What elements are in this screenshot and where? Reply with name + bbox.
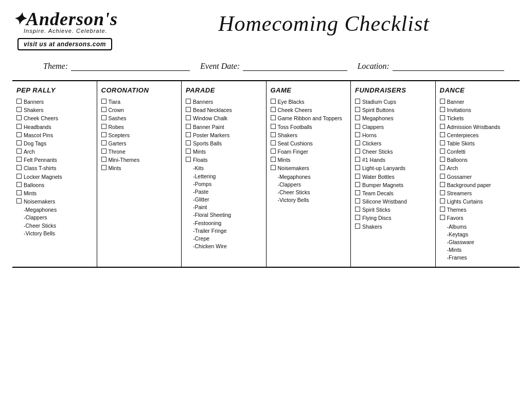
checkbox[interactable] (101, 107, 107, 112)
checkbox[interactable] (186, 115, 191, 120)
checklist-item: Spirit Sticks (355, 206, 432, 213)
item-text: Centerpieces (447, 132, 479, 139)
sub-item: -Festooning (193, 219, 263, 227)
checkbox[interactable] (16, 174, 22, 179)
checkbox[interactable] (271, 107, 276, 112)
event-date-label: Event Date: (200, 62, 240, 71)
checkbox[interactable] (271, 124, 276, 129)
checkbox[interactable] (186, 140, 191, 145)
checkbox[interactable] (440, 174, 445, 179)
checkbox[interactable] (440, 198, 445, 204)
checkbox[interactable] (355, 182, 360, 187)
checkbox[interactable] (271, 149, 276, 154)
header: ✦ Anderson's Inspire. Achieve. Celebrate… (12, 9, 520, 50)
checkbox[interactable] (271, 140, 276, 145)
checkbox[interactable] (355, 165, 360, 170)
checkbox[interactable] (355, 99, 360, 104)
checkbox[interactable] (186, 99, 191, 104)
checkbox[interactable] (271, 165, 276, 170)
theme-input[interactable] (71, 62, 190, 71)
checkbox[interactable] (355, 149, 360, 154)
checklist-item: Arch (440, 164, 517, 172)
checkbox[interactable] (440, 99, 445, 104)
checkbox[interactable] (101, 140, 107, 145)
checkbox[interactable] (16, 132, 22, 137)
checklist-item: Lights Curtains (440, 198, 517, 205)
checkbox[interactable] (101, 149, 107, 154)
checkbox[interactable] (440, 107, 445, 112)
checkbox[interactable] (440, 115, 445, 120)
checkbox[interactable] (16, 149, 22, 154)
checkbox[interactable] (440, 215, 445, 220)
checkbox[interactable] (440, 190, 445, 195)
checkbox[interactable] (16, 198, 22, 204)
checkbox[interactable] (355, 157, 360, 162)
checkbox[interactable] (16, 107, 22, 112)
checkbox[interactable] (355, 215, 360, 220)
event-date-input[interactable] (243, 62, 347, 71)
checkbox[interactable] (101, 165, 107, 170)
checkbox[interactable] (355, 115, 360, 120)
checklist-item: Bumper Magnets (355, 181, 432, 189)
checkbox[interactable] (16, 115, 22, 120)
checkbox[interactable] (355, 207, 360, 212)
checkbox[interactable] (440, 140, 445, 145)
checkbox[interactable] (186, 149, 191, 154)
checkbox[interactable] (101, 157, 107, 162)
checkbox[interactable] (16, 190, 22, 195)
checkbox[interactable] (16, 157, 22, 162)
checkbox[interactable] (271, 132, 276, 137)
checkbox[interactable] (101, 115, 107, 120)
checkbox[interactable] (355, 107, 360, 112)
checkbox[interactable] (101, 124, 107, 129)
checkbox[interactable] (355, 140, 360, 145)
checkbox[interactable] (271, 157, 276, 162)
item-text: Megaphones (362, 115, 394, 122)
checkbox[interactable] (440, 149, 445, 154)
checkbox[interactable] (271, 115, 276, 120)
sub-item: -Frames (447, 254, 517, 261)
checkbox[interactable] (355, 224, 360, 229)
form-row: Theme: Event Date: Location: (12, 54, 520, 76)
checkbox[interactable] (16, 140, 22, 145)
item-text: Bead Necklaces (193, 106, 232, 114)
checkbox[interactable] (271, 99, 276, 104)
column-title-1: CORONATION (101, 86, 179, 94)
item-text: Throne (109, 148, 126, 155)
checkbox[interactable] (355, 174, 360, 179)
visit-badge[interactable]: visit us at andersons.com (17, 38, 112, 50)
column-parade: PARADEBannersBead NecklacesWindow ChalkB… (182, 81, 267, 267)
item-text: Window Chalk (193, 115, 227, 122)
checkbox[interactable] (16, 182, 22, 187)
checklist-item: Balloons (16, 181, 94, 189)
checkbox[interactable] (355, 132, 360, 137)
checkbox[interactable] (440, 124, 445, 129)
checkbox[interactable] (186, 157, 191, 162)
checkbox[interactable] (16, 99, 22, 104)
checkbox[interactable] (355, 190, 360, 195)
checklist-item: Confetti (440, 148, 517, 155)
checkbox[interactable] (440, 132, 445, 137)
checkbox[interactable] (16, 124, 22, 129)
checkbox[interactable] (355, 124, 360, 129)
checkbox[interactable] (440, 182, 445, 187)
page: ✦ Anderson's Inspire. Achieve. Celebrate… (0, 0, 532, 406)
item-text: Horns (362, 132, 377, 139)
checkbox[interactable] (16, 165, 22, 170)
checklist-item: Dog Tags (16, 140, 94, 147)
location-input[interactable] (393, 62, 504, 71)
checklist-item: Stadium Cups (355, 98, 432, 105)
checkbox[interactable] (186, 132, 191, 137)
checkbox[interactable] (355, 198, 360, 204)
main-title: Homecoming Checklist (128, 11, 520, 36)
checkbox[interactable] (101, 132, 107, 137)
checkbox[interactable] (186, 124, 191, 129)
checklist-item: Megaphones (355, 115, 432, 122)
checkbox[interactable] (101, 99, 107, 104)
checklist-item: Class T-shirts (16, 164, 94, 172)
checkbox[interactable] (186, 107, 191, 112)
checkbox[interactable] (440, 207, 445, 212)
checklist-item: Floats (186, 156, 263, 163)
checkbox[interactable] (440, 157, 445, 162)
checkbox[interactable] (440, 165, 445, 170)
